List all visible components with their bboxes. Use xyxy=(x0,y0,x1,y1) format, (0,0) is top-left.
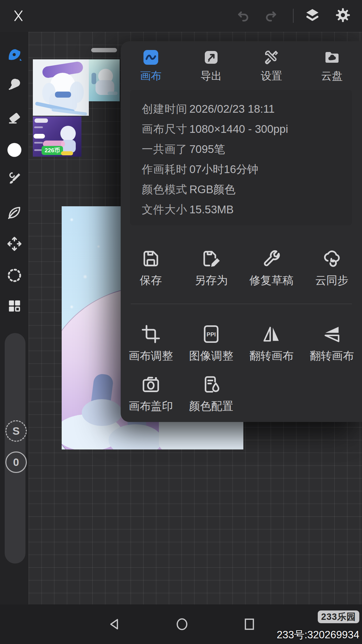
move-arrows-icon xyxy=(6,236,22,252)
reference-thumbnail-game-ui[interactable]: 226币 xyxy=(33,116,81,157)
nav-recents-button[interactable] xyxy=(242,616,257,632)
save-as-icon xyxy=(201,248,222,269)
info-value: 15.53MB xyxy=(189,203,234,216)
tab-settings-label: 设置 xyxy=(261,69,282,84)
opacity-label: 0 xyxy=(13,456,19,469)
thumb-char-head xyxy=(60,126,76,141)
redo-button[interactable] xyxy=(263,8,278,23)
panel-drag-handle[interactable] xyxy=(91,48,117,52)
leaf-tool-button[interactable] xyxy=(0,201,28,225)
leaf-icon xyxy=(6,205,22,221)
eraser-icon xyxy=(7,110,22,126)
close-icon xyxy=(11,8,26,23)
info-row-created: 创建时间 2026/02/23 18:11 xyxy=(130,99,352,119)
tab-cloud-drive[interactable]: 云盘 xyxy=(302,49,362,90)
tab-canvas[interactable]: 画布 xyxy=(121,49,181,90)
info-row-color-mode: 颜色模式 RGB颜色 xyxy=(130,179,352,200)
color-swatch-button[interactable] xyxy=(0,138,28,162)
opacity-button[interactable]: 0 xyxy=(5,451,27,473)
layout-grid-button[interactable] xyxy=(0,294,28,318)
lasso-select-button[interactable] xyxy=(0,263,28,287)
image-adjust-label: 图像调整 xyxy=(189,349,233,363)
info-label: 颜色模式 xyxy=(142,182,189,197)
layers-button[interactable] xyxy=(304,7,320,23)
save-label: 保存 xyxy=(140,274,162,287)
cloud-drive-tab-icon xyxy=(324,49,340,65)
tab-settings[interactable]: 设置 xyxy=(241,49,302,90)
gear-icon xyxy=(335,7,351,23)
reference-thumbnail-ski[interactable] xyxy=(33,59,89,116)
tab-export-label: 导出 xyxy=(200,69,222,84)
nav-home-button[interactable] xyxy=(174,616,190,632)
eraser-tool-button[interactable] xyxy=(0,106,28,130)
top-bar xyxy=(0,0,362,32)
repair-draft-button[interactable]: 修复草稿 xyxy=(241,241,302,291)
ppi-icon-text: PPI xyxy=(206,331,216,338)
info-value: 1080×1440 - 300ppi xyxy=(189,123,288,136)
panel-divider xyxy=(131,304,352,304)
info-label: 作画耗时 xyxy=(142,162,189,177)
stabilizer-button[interactable]: S xyxy=(5,420,27,442)
thumb-yellow-pill xyxy=(61,151,73,155)
ppi-icon: PPI xyxy=(201,324,222,344)
crop-icon xyxy=(140,324,161,344)
info-label: 创建时间 xyxy=(142,102,189,117)
save-icon xyxy=(140,248,161,269)
settings-button[interactable] xyxy=(335,7,351,23)
move-tool-button[interactable] xyxy=(0,232,28,256)
repair-draft-label: 修复草稿 xyxy=(249,274,294,287)
app-screen: 226币 xyxy=(0,0,362,644)
tab-canvas-label: 画布 xyxy=(140,69,162,84)
flip-canvas-h-button[interactable]: 翻转画布 xyxy=(241,316,302,367)
canvas-tab-icon xyxy=(143,49,159,65)
thumb-menu-line xyxy=(34,142,43,144)
brand-badge: 233乐园 xyxy=(318,610,359,623)
topbar-divider xyxy=(293,9,294,23)
tab-export[interactable]: 导出 xyxy=(181,49,241,90)
thumb-coin-badge: 226币 xyxy=(42,146,63,155)
grid-layout-icon xyxy=(7,298,22,314)
close-button[interactable] xyxy=(11,8,26,23)
smudge-tool-button[interactable] xyxy=(0,72,28,97)
artwork-fluff xyxy=(82,399,122,426)
image-adjust-button[interactable]: PPI 图像调整 xyxy=(181,316,241,367)
canvas-stamp-label: 画布盖印 xyxy=(129,399,173,413)
save-button[interactable]: 保存 xyxy=(121,241,181,291)
info-value: RGB颜色 xyxy=(189,182,236,197)
cloud-sync-button[interactable]: 云同步 xyxy=(302,241,362,291)
info-row-strokes: 一共画了 7095笔 xyxy=(130,139,352,159)
canvas-stamp-button[interactable]: 画布盖印 xyxy=(121,367,181,417)
undo-icon xyxy=(236,8,251,23)
info-value: 07小时16分钟 xyxy=(189,162,258,177)
brush-size-slider[interactable] xyxy=(5,333,25,564)
account-id-text: 233号:320269934 xyxy=(277,628,359,642)
lasso-icon xyxy=(6,267,22,283)
brush-tool-button[interactable] xyxy=(0,42,28,66)
color-profile-button[interactable]: 颜色配置 xyxy=(181,367,241,417)
action-row-2: 画布调整 PPI 图像调整 翻转画布 xyxy=(121,316,362,367)
flip-canvas-v-label: 翻转画布 xyxy=(310,349,354,363)
color-profile-icon xyxy=(201,374,222,395)
nav-back-button[interactable] xyxy=(107,616,123,632)
reference-thumbnail-card[interactable] xyxy=(89,59,120,101)
info-row-file-size: 文件大小 15.53MB xyxy=(130,200,352,220)
canvas-adjust-button[interactable]: 画布调整 xyxy=(121,316,181,367)
thumb-scarf xyxy=(55,92,71,98)
undo-button[interactable] xyxy=(236,8,251,23)
cloud-sync-icon xyxy=(321,248,342,269)
paint-tool-button[interactable] xyxy=(0,166,28,191)
info-row-size: 画布尺寸 1080×1440 - 300ppi xyxy=(130,119,352,139)
panel-tabs: 画布 导出 设置 xyxy=(121,49,362,90)
color-profile-label: 颜色配置 xyxy=(189,399,233,413)
flip-vertical-icon xyxy=(321,324,342,344)
tool-sidebar: S 0 xyxy=(0,32,28,604)
canvas-settings-panel: 画布 导出 设置 xyxy=(121,41,362,422)
back-triangle-icon xyxy=(107,616,123,632)
thumb-menu-line xyxy=(34,126,43,128)
camera-icon xyxy=(140,374,161,395)
action-row-1: 保存 另存为 修复草稿 xyxy=(121,241,362,291)
flip-canvas-v-button[interactable]: 翻转画布 xyxy=(302,316,362,367)
canvas-adjust-label: 画布调整 xyxy=(129,349,173,363)
save-as-button[interactable]: 另存为 xyxy=(181,241,241,291)
layers-icon xyxy=(304,7,320,23)
